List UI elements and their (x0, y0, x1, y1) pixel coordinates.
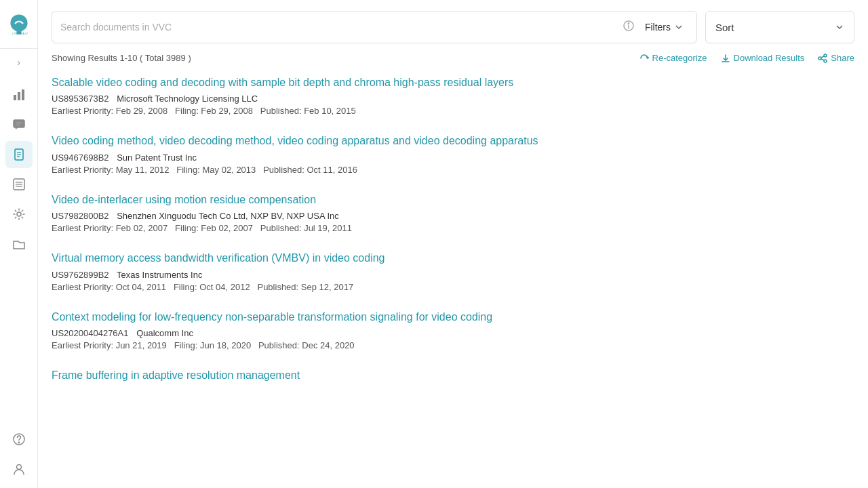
sidebar-item-folder[interactable] (5, 230, 33, 258)
main-content: Filters Sort Showing Results 1-10 ( Tota… (38, 0, 868, 488)
sidebar: //CODiE// › (0, 0, 38, 488)
share-button[interactable]: Share (818, 53, 854, 63)
share-label: Share (831, 53, 854, 63)
result-meta: US9762899B2 Texas Instruments Inc (52, 270, 854, 280)
result-item: Context modeling for low-frequency non-s… (52, 310, 854, 350)
sidebar-nav (5, 76, 33, 420)
results-meta: Showing Results 1-10 ( Total 3989 ) Re-c… (52, 53, 854, 63)
result-title[interactable]: Frame buffering in adaptive resolution m… (52, 368, 854, 383)
filters-button[interactable]: Filters (639, 22, 688, 33)
sort-label: Sort (715, 22, 734, 33)
patent-id: US9467698B2 (52, 152, 109, 163)
svg-point-20 (824, 54, 827, 57)
svg-rect-2 (18, 92, 20, 100)
result-item: Scalable video coding and decoding with … (52, 75, 854, 116)
result-item: Video coding method, video decoding meth… (52, 134, 854, 174)
download-label: Download Results (734, 53, 805, 63)
sidebar-item-list[interactable] (5, 171, 33, 198)
sort-dropdown[interactable]: Sort (705, 11, 854, 43)
sidebar-item-chart[interactable] (5, 81, 33, 108)
results-actions: Re-categorize Download Results Share (639, 53, 854, 63)
patent-id: US8953673B2 (52, 94, 109, 104)
patent-id: US7982800B2 (52, 211, 109, 221)
sidebar-bottom (5, 420, 33, 488)
result-item: Video de-interlacer using motion residue… (52, 192, 854, 233)
app-logo: //CODiE// (0, 0, 38, 49)
result-title[interactable]: Video coding method, video decoding meth… (52, 134, 854, 148)
svg-line-23 (821, 56, 824, 58)
assignee: Microsoft Technology Licensing LLC (117, 94, 258, 104)
result-meta: US9467698B2 Sun Patent Trust Inc (52, 152, 854, 163)
search-input[interactable] (60, 22, 618, 33)
result-meta: US20200404276A1 Qualcomm Inc (52, 328, 854, 338)
svg-point-21 (818, 57, 821, 60)
result-item: Virtual memory access bandwidth verifica… (52, 251, 854, 291)
download-button[interactable]: Download Results (721, 53, 805, 63)
sidebar-item-help[interactable] (5, 426, 33, 453)
svg-point-15 (18, 442, 19, 443)
svg-point-22 (824, 60, 827, 62)
result-title[interactable]: Context modeling for low-frequency non-s… (52, 310, 854, 325)
result-dates: Earliest Priority: Jun 21, 2019 Filing: … (52, 340, 854, 350)
assignee: Qualcomm Inc (136, 328, 193, 338)
result-title[interactable]: Video de-interlacer using motion residue… (52, 192, 854, 207)
recategorize-button[interactable]: Re-categorize (639, 53, 707, 63)
assignee: Sun Patent Trust Inc (117, 152, 197, 163)
result-title[interactable]: Scalable video coding and decoding with … (52, 75, 854, 90)
svg-line-24 (821, 59, 824, 60)
svg-text://CODiE//: //CODiE// (12, 32, 28, 35)
svg-rect-1 (14, 95, 16, 100)
result-item: Frame buffering in adaptive resolution m… (52, 368, 854, 383)
results-count: Showing Results 1-10 ( Total 3989 ) (52, 53, 191, 63)
result-meta: US8953673B2 Microsoft Technology Licensi… (52, 94, 854, 104)
result-dates: Earliest Priority: Feb 29, 2008 Filing: … (52, 106, 854, 116)
svg-rect-3 (22, 89, 24, 100)
patent-id: US20200404276A1 (52, 328, 129, 338)
result-meta: US7982800B2 Shenzhen Xinguodu Tech Co Lt… (52, 211, 854, 221)
info-icon[interactable] (623, 20, 634, 34)
patent-id: US9762899B2 (52, 270, 109, 280)
sidebar-item-settings[interactable] (5, 201, 33, 228)
svg-point-16 (16, 465, 21, 470)
result-dates: Earliest Priority: Feb 02, 2007 Filing: … (52, 223, 854, 233)
results-list: Scalable video coding and decoding with … (52, 75, 854, 477)
assignee: Texas Instruments Inc (117, 270, 202, 280)
svg-point-13 (17, 212, 21, 216)
result-dates: Earliest Priority: Oct 04, 2011 Filing: … (52, 282, 854, 292)
sidebar-toggle-btn[interactable]: › (0, 49, 38, 76)
result-title[interactable]: Virtual memory access bandwidth verifica… (52, 251, 854, 266)
result-dates: Earliest Priority: May 11, 2012 Filing: … (52, 165, 854, 175)
svg-point-19 (628, 23, 629, 24)
recategorize-label: Re-categorize (652, 53, 707, 63)
search-row: Filters Sort (52, 11, 854, 43)
sidebar-item-message[interactable] (5, 111, 33, 138)
sidebar-item-document[interactable] (5, 141, 33, 168)
sidebar-item-user[interactable] (5, 455, 33, 483)
search-box: Filters (52, 11, 697, 43)
assignee: Shenzhen Xinguodu Tech Co Ltd, NXP BV, N… (117, 211, 339, 221)
filters-label: Filters (645, 22, 671, 33)
